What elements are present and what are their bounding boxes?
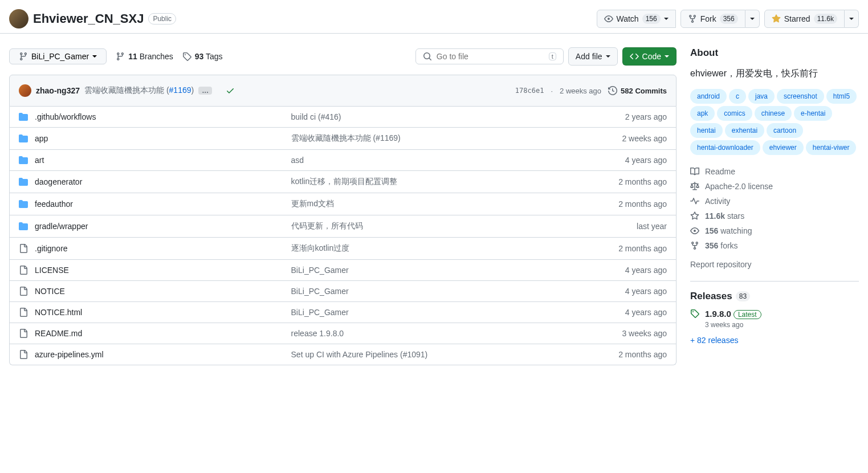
activity-link[interactable]: Activity — [690, 197, 730, 206]
forks-link[interactable]: 356 forks — [690, 241, 738, 250]
code-button[interactable]: Code — [622, 47, 677, 66]
file-name-link[interactable]: NOTICE — [35, 287, 65, 296]
branch-icon — [116, 52, 125, 61]
file-search[interactable]: t — [415, 48, 564, 64]
file-commit-msg[interactable]: 代码更新，所有代码 — [291, 221, 587, 231]
commit-issue-link[interactable]: #416 — [321, 112, 339, 121]
latest-release-link[interactable]: 1.9.8.0Latest 3 weeks ago — [690, 309, 859, 329]
file-name-link[interactable]: gradle/wrapper — [35, 222, 88, 231]
book-icon — [690, 167, 699, 176]
commit-author-link[interactable]: zhao-ng327 — [36, 86, 80, 95]
latest-commit-bar: zhao-ng327 雲端收藏隨機挑本功能 (#1169) … 178c6e1 … — [9, 75, 677, 107]
topic-tag[interactable]: e-hentai — [794, 106, 832, 121]
fork-count: 356 — [720, 14, 738, 24]
branches-link[interactable]: 11 Branches — [116, 52, 173, 61]
file-commit-msg[interactable]: BiLi_PC_Gamer — [291, 266, 587, 275]
file-commit-msg[interactable]: kotlin迁移，前期项目配置调整 — [291, 177, 587, 187]
watch-button[interactable]: Watch 156 — [597, 10, 676, 28]
file-commit-msg[interactable]: release 1.9.8.0 — [291, 329, 587, 338]
file-commit-msg[interactable]: 逐渐向kotlin过度 — [291, 243, 587, 254]
file-name-link[interactable]: README.md — [35, 329, 82, 338]
topic-tag[interactable]: hentai-viwer — [806, 140, 857, 155]
commit-ellipsis[interactable]: … — [198, 87, 212, 95]
file-name-link[interactable]: daogenerator — [35, 177, 82, 186]
file-name-link[interactable]: .gitignore — [35, 244, 68, 253]
topic-tag[interactable]: android — [690, 89, 727, 104]
more-releases-link[interactable]: + 82 releases — [690, 336, 738, 345]
release-date: 3 weeks ago — [705, 321, 761, 329]
watch-count: 156 — [642, 14, 661, 24]
file-commit-msg[interactable]: BiLi_PC_Gamer — [291, 308, 587, 317]
watching-link[interactable]: 156 watching — [690, 226, 752, 235]
commit-pr-link[interactable]: #1169 — [169, 85, 191, 95]
star-button[interactable]: Starred 11.6k — [764, 10, 845, 28]
commit-author-avatar[interactable] — [19, 84, 31, 97]
watch-button-group[interactable]: Watch 156 — [597, 10, 676, 28]
folder-icon — [19, 199, 28, 209]
file-name-link[interactable]: feedauthor — [35, 199, 73, 209]
file-date: 2 months ago — [587, 244, 667, 253]
topic-tag[interactable]: cartoon — [767, 123, 803, 138]
fork-button[interactable]: Fork 356 — [680, 10, 745, 28]
topic-tag[interactable]: comics — [717, 106, 752, 121]
topic-tag[interactable]: hentai — [690, 123, 723, 138]
topic-tag[interactable]: apk — [690, 106, 715, 121]
file-icon — [19, 350, 28, 359]
readme-link[interactable]: Readme — [690, 167, 735, 176]
star-button-group[interactable]: Starred 11.6k — [764, 10, 859, 28]
fork-label: Fork — [700, 13, 716, 25]
release-name: 1.9.8.0 — [705, 309, 731, 319]
law-icon — [690, 182, 699, 191]
file-name-link[interactable]: LICENSE — [35, 266, 69, 275]
file-commit-msg[interactable]: build ci (#416) — [291, 112, 587, 121]
commit-issue-link[interactable]: #1169 — [376, 133, 398, 142]
commit-message[interactable]: 雲端收藏隨機挑本功能 (#1169) — [84, 85, 194, 96]
file-date: 4 years ago — [587, 156, 667, 165]
tags-link[interactable]: 93 Tags — [182, 52, 223, 61]
file-row: app 雲端收藏隨機挑本功能 (#1169) 2 weeks ago — [10, 127, 676, 149]
file-commit-msg[interactable]: asd — [291, 156, 587, 165]
file-name-link[interactable]: .github/workflows — [35, 112, 96, 121]
file-commit-msg[interactable]: 雲端收藏隨機挑本功能 (#1169) — [291, 133, 587, 144]
commit-issue-link[interactable]: #1091 — [403, 350, 425, 359]
topic-tag[interactable]: java — [748, 89, 775, 104]
file-name-link[interactable]: app — [35, 134, 48, 143]
topic-tag[interactable]: chinese — [755, 106, 792, 121]
file-date: 4 years ago — [587, 266, 667, 275]
topic-tag[interactable]: ehviewer — [763, 140, 804, 155]
star-dropdown[interactable] — [845, 10, 859, 28]
topic-tag[interactable]: hentai-downloader — [690, 140, 760, 155]
commit-sha[interactable]: 178c6e1 — [515, 87, 544, 95]
file-commit-msg[interactable]: BiLi_PC_Gamer — [291, 287, 587, 296]
releases-heading[interactable]: Releases — [690, 291, 732, 302]
fork-dropdown[interactable] — [745, 10, 760, 28]
file-row: .github/workflows build ci (#416) 2 year… — [10, 107, 676, 127]
file-name-link[interactable]: NOTICE.html — [35, 308, 82, 317]
check-icon[interactable] — [226, 86, 235, 95]
file-row: LICENSE BiLi_PC_Gamer 4 years ago — [10, 259, 676, 280]
commits-link[interactable]: 582 Commits — [608, 86, 667, 95]
file-commit-msg[interactable]: 更新md文档 — [291, 199, 587, 209]
file-commit-msg[interactable]: Set up CI with Azure Pipelines (#1091) — [291, 350, 587, 359]
file-date: last year — [587, 222, 667, 231]
branch-selector[interactable]: BiLi_PC_Gamer — [9, 48, 107, 64]
repo-avatar[interactable] — [9, 9, 28, 28]
add-file-button[interactable]: Add file — [568, 47, 618, 66]
topic-tag[interactable]: exhentai — [725, 123, 764, 138]
file-name-link[interactable]: art — [35, 156, 44, 165]
license-link[interactable]: Apache-2.0 license — [690, 182, 773, 191]
file-search-input[interactable] — [437, 52, 544, 61]
latest-badge: Latest — [733, 310, 761, 319]
topic-tag[interactable]: screenshot — [777, 89, 824, 104]
report-repo-link[interactable]: Report repository — [690, 260, 751, 269]
stars-link[interactable]: 11.6k stars — [690, 211, 744, 221]
releases-count: 83 — [736, 291, 750, 301]
search-hotkey: t — [549, 52, 556, 60]
file-name-link[interactable]: azure-pipelines.yml — [35, 350, 104, 359]
topic-tag[interactable]: c — [729, 89, 746, 104]
fork-button-group[interactable]: Fork 356 — [680, 10, 760, 28]
file-row: gradle/wrapper 代码更新，所有代码 last year — [10, 215, 676, 237]
repo-name-link[interactable]: Ehviewer_CN_SXJ — [33, 11, 144, 26]
file-date: 2 weeks ago — [587, 134, 667, 143]
topic-tag[interactable]: html5 — [826, 89, 857, 104]
